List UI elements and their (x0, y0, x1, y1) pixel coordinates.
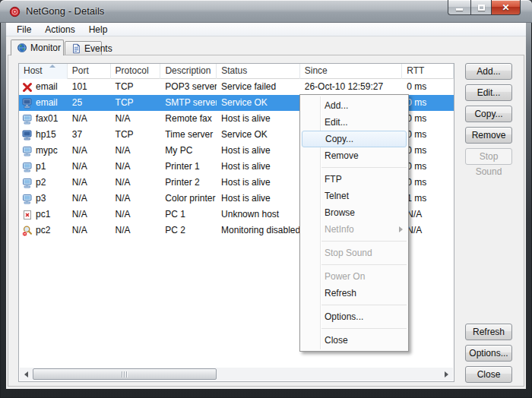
cell-description: My PC (160, 143, 217, 159)
cell-host: pc1 (19, 207, 68, 223)
context-menu-item-options[interactable]: Options... (300, 308, 408, 325)
cell-port: N/A (68, 111, 111, 127)
close-button[interactable]: ✕ (492, 0, 521, 15)
edit-button[interactable]: Edit... (465, 84, 512, 101)
cell-protocol: TCP (111, 95, 161, 111)
events-document-icon (71, 43, 81, 54)
cell-text: Host is alive (221, 161, 271, 172)
column-header-since[interactable]: Since (300, 64, 403, 79)
cell-host: p3 (19, 191, 68, 207)
context-menu-item-label: Edit... (325, 117, 348, 128)
cell-text: Color printer (165, 193, 215, 204)
cell-text: POP3 server (165, 81, 217, 92)
cell-text: Service OK (221, 97, 268, 108)
context-menu-item-telnet[interactable]: Telnet (300, 188, 408, 204)
cell-host: hp15 (19, 127, 68, 143)
cell-rtt: 0 ms (402, 95, 454, 111)
table-header: HostPortProtocolDescriptionStatusSinceRT… (19, 64, 454, 79)
column-header-port[interactable]: Port (68, 64, 111, 79)
scroll-left-button[interactable] (20, 368, 33, 381)
context-menu-item-refresh[interactable]: Refresh (300, 285, 408, 302)
cell-text: N/A (116, 177, 131, 188)
column-header-label: Port (72, 65, 89, 76)
context-menu-item-copy[interactable]: Copy... (302, 131, 407, 147)
column-header-label: Host (24, 65, 43, 76)
column-header-label: RTT (407, 65, 424, 76)
cell-since: 26-Oct-10 12:59:27 (300, 79, 403, 95)
cell-text: N/A (72, 161, 87, 172)
table-row[interactable]: email101TCPPOP3 serverService failed26-O… (19, 79, 454, 95)
column-header-description[interactable]: Description (160, 64, 217, 79)
cell-host: fax01 (19, 111, 68, 127)
cell-text: 0 ms (407, 161, 426, 172)
options-button[interactable]: Options... (465, 345, 512, 362)
cell-port: 37 (68, 127, 111, 143)
context-menu-item-browse[interactable]: Browse (300, 204, 408, 221)
menubar-item-help[interactable]: Help (83, 24, 114, 36)
menu-separator (321, 305, 407, 305)
cell-text: 0 ms (407, 81, 426, 92)
title-bar[interactable]: NetGong - Details ✕ (0, 0, 532, 23)
cell-text: 0 ms (407, 177, 426, 188)
cell-text: N/A (72, 193, 87, 204)
menubar-item-file[interactable]: File (11, 24, 37, 36)
context-menu-item-label: NetInfo (325, 224, 354, 235)
context-menu-item-stop-sound: Stop Sound (300, 245, 408, 261)
context-menu-item-add[interactable]: Add... (300, 97, 408, 114)
context-menu-item-label: Power On (325, 271, 365, 282)
scrollbar-thumb[interactable] (33, 368, 217, 380)
cell-text: N/A (116, 225, 131, 235)
context-menu-item-ftp[interactable]: FTP (300, 171, 408, 188)
cell-protocol: N/A (111, 159, 161, 175)
copy-button[interactable]: Copy... (465, 106, 512, 122)
cell-text: 0 ms (407, 113, 426, 124)
column-header-protocol[interactable]: Protocol (111, 64, 161, 79)
cell-protocol: N/A (111, 223, 161, 238)
cell-text: p1 (36, 159, 46, 175)
refresh-button[interactable]: Refresh (465, 324, 512, 340)
cell-description: Printer 1 (160, 159, 217, 175)
host-alive-icon (21, 161, 33, 173)
tab-monitor[interactable]: Monitor (11, 39, 64, 55)
cell-text: TCP (116, 81, 134, 92)
add-button[interactable]: Add... (465, 63, 512, 80)
context-menu-item-edit[interactable]: Edit... (300, 114, 408, 131)
menu-bar: FileActionsHelp (6, 23, 526, 36)
column-header-status[interactable]: Status (217, 64, 300, 79)
remove-button[interactable]: Remove (465, 127, 512, 144)
context-menu-item-label: Telnet (325, 191, 349, 201)
context-menu-item-close[interactable]: Close (300, 332, 408, 349)
cell-rtt: 0 ms (402, 159, 454, 175)
horizontal-scrollbar[interactable] (20, 368, 453, 381)
scroll-right-arrow-icon (445, 371, 448, 377)
close-button[interactable]: Close (465, 366, 512, 383)
window-title: NetGong - Details (26, 5, 104, 17)
cell-protocol: TCP (111, 79, 161, 95)
tab-label: Monitor (30, 43, 61, 53)
cell-port: N/A (68, 223, 111, 238)
context-menu-item-remove[interactable]: Remove (300, 147, 408, 164)
host-alive-icon (21, 177, 33, 189)
cell-host: mypc (19, 143, 68, 159)
cell-port: N/A (68, 159, 111, 175)
cell-text: Host is alive (221, 145, 271, 156)
tab-events[interactable]: Events (65, 41, 102, 55)
cell-text: 26-Oct-10 12:59:27 (305, 81, 383, 92)
cell-text: 0 ms (407, 129, 426, 140)
scroll-right-button[interactable] (440, 368, 453, 381)
maximize-button[interactable] (470, 0, 492, 15)
column-header-host[interactable]: Host (19, 64, 68, 79)
side-buttons-bottom: RefreshOptions...Close (465, 324, 512, 383)
cell-protocol: N/A (111, 207, 161, 223)
column-header-rtt[interactable]: RTT (402, 64, 454, 79)
cell-text: 0 ms (407, 97, 426, 108)
cell-text: p2 (36, 175, 46, 191)
cell-status: Unknown host (217, 207, 300, 223)
context-menu-item-power-on: Power On (300, 268, 408, 285)
menubar-item-actions[interactable]: Actions (39, 24, 81, 36)
cell-text: 0 ms (407, 145, 426, 156)
cell-text: N/A (116, 193, 131, 204)
minimize-button[interactable] (448, 0, 470, 15)
monitoring-disabled-icon (21, 225, 33, 237)
netgong-app-icon[interactable] (9, 6, 21, 17)
